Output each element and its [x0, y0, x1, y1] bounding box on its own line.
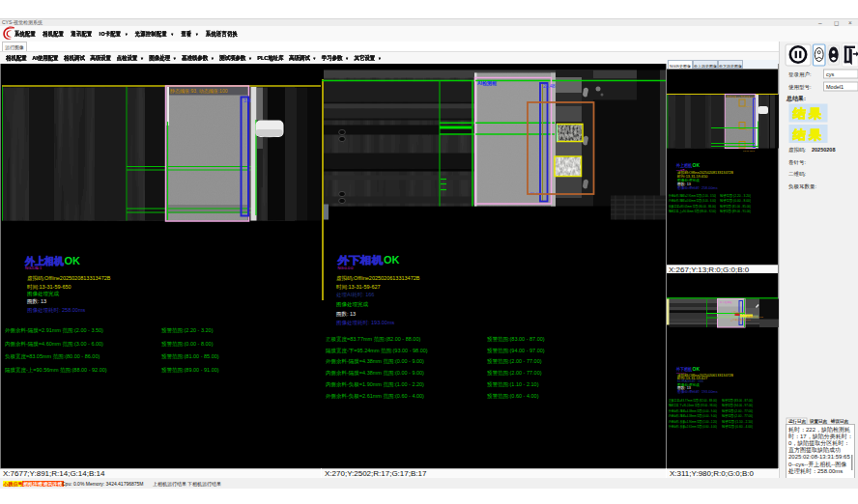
- svg-text:时间:13-31-59-650: 时间:13-31-59-650: [27, 283, 72, 290]
- svg-text:0--cys--开上相机--图像: 0--cys--开上相机--图像: [788, 461, 846, 467]
- svg-text:静态阈值:93 动态阈值:100: 静态阈值:93 动态阈值:100: [727, 95, 756, 98]
- svg-text:预警范围:(0.00 - 8.00): 预警范围:(0.00 - 8.00): [720, 198, 752, 203]
- svg-text:登录用户:: 登录用户:: [788, 70, 812, 77]
- svg-text:预警范围:(2.20 - 3.20): 预警范围:(2.20 - 3.20): [161, 327, 214, 334]
- svg-text:图像处理耗时: 258.00ms: 图像处理耗时: 258.00ms: [677, 185, 718, 190]
- svg-text:内侧余料-隔膜=4.38mm 范围:(0.00 - 9.00: 内侧余料-隔膜=4.38mm 范围:(0.00 - 9.00): [669, 413, 718, 418]
- svg-text:预警范围:(0.60 - 4.00): 预警范围:(0.60 - 4.00): [487, 392, 539, 399]
- svg-text:隔膜宽度-上=90.56mm 范围:(88.00 - 92.: 隔膜宽度-上=90.56mm 范围:(88.00 - 92.00): [5, 366, 107, 373]
- svg-text:2025:02:08-13:31:59:65: 2025:02:08-13:31:59:65: [788, 454, 850, 460]
- svg-text:预警范围:(0.00 - 8.00): 预警范围:(0.00 - 8.00): [161, 340, 214, 347]
- svg-text:运行日志: 运行日志: [787, 418, 807, 425]
- svg-text:错误日志: 错误日志: [830, 418, 849, 425]
- svg-text:上行08 0.00: 上行08 0.00: [731, 310, 745, 314]
- svg-text:卷针号:: 卷针号:: [788, 158, 807, 164]
- svg-text:20250208: 20250208: [812, 146, 835, 152]
- svg-text:直方图提取缺陷成功: 直方图提取缺陷成功: [788, 446, 841, 454]
- svg-text:负极耳数量:: 负极耳数量:: [788, 183, 817, 189]
- svg-text:设置日志: 设置日志: [809, 418, 828, 425]
- svg-text:AI检测框: AI检测框: [477, 79, 497, 86]
- svg-text:预警范围:(2.00 - 77.00): 预警范围:(2.00 - 77.00): [487, 370, 542, 377]
- svg-text:隔膜宽度-下=95.24mm 范围:(93.00 - 98.: 隔膜宽度-下=95.24mm 范围:(93.00 - 98.00): [669, 403, 718, 407]
- svg-text:时：17，缺陷分类耗时：: 时：17，缺陷分类耗时：: [788, 432, 853, 439]
- svg-text:虚拟码:Offline2025020813313472B: 虚拟码:Offline2025020813313472B: [27, 275, 111, 282]
- svg-text:图像处理完成: 图像处理完成: [27, 291, 60, 297]
- svg-text:NG光电:1: NG光电:1: [25, 265, 43, 269]
- svg-text:内侧余料-负极=1.90mm 范围:(1.00 - 2.20: 内侧余料-负极=1.90mm 范围:(1.00 - 2.20): [669, 418, 718, 423]
- svg-text:预警范围:(1.10 - 2.10): 预警范围:(1.10 - 2.10): [722, 418, 754, 423]
- svg-text:预警范围:(89.00 - 91.00): 预警范围:(89.00 - 91.00): [161, 366, 219, 373]
- svg-text:二维码:: 二维码:: [788, 171, 807, 178]
- svg-text:处理AI耗时: 166: 处理AI耗时: 166: [336, 292, 374, 298]
- svg-text:内侧余料-隔膜=4.60mm 范围:(3.00 - 6.00: 内侧余料-隔膜=4.60mm 范围:(3.00 - 6.00): [5, 340, 103, 347]
- svg-text:隔膜宽度-下=95.24mm 范围:(93.00 - 98.: 隔膜宽度-下=95.24mm 范围:(93.00 - 98.00): [326, 347, 428, 353]
- svg-text:正极宽度=83.77mm 范围:(82.00 - 88.00: 正极宽度=83.77mm 范围:(82.00 - 88.00): [326, 336, 420, 343]
- svg-text:预警范围:(89.00 - 91.00): 预警范围:(89.00 - 91.00): [720, 209, 752, 213]
- svg-text:外侧余料-隔膜=2.91mm 范围:(2.00 - 3.50: 外侧余料-隔膜=2.91mm 范围:(2.00 - 3.50): [669, 192, 717, 197]
- svg-text:预警范围:(83.00 - 87.00): 预警范围:(83.00 - 87.00): [487, 336, 545, 343]
- svg-text:cys: cys: [826, 70, 835, 76]
- svg-text:上行轨道图像 0.00: 上行轨道图像 0.00: [730, 317, 751, 321]
- svg-text:OK: OK: [693, 365, 701, 371]
- svg-text:结 果: 结 果: [792, 106, 822, 121]
- svg-text:预警范围:(2.20 - 3.20): 预警范围:(2.20 - 3.20): [720, 192, 752, 197]
- svg-text:Model1: Model1: [826, 83, 844, 89]
- svg-text:外侧余料-负极=2.61mm 范围:(0.60 - 4.00: 外侧余料-负极=2.61mm 范围:(0.60 - 4.00): [669, 424, 718, 429]
- svg-text:预警范围:(81.00 - 85.00): 预警范围:(81.00 - 85.00): [161, 353, 219, 360]
- svg-text:内侧余料-隔膜=4.60mm 范围:(3.00 - 6.00: 内侧余料-隔膜=4.60mm 范围:(3.00 - 6.00): [669, 198, 717, 203]
- svg-text:圈数: 13: 圈数: 13: [27, 298, 46, 304]
- svg-text:图像处理耗时: 193.00ms: 图像处理耗时: 193.00ms: [336, 320, 394, 326]
- svg-text:预警范围:(94.00 - 97.00): 预警范围:(94.00 - 97.00): [487, 347, 545, 353]
- svg-text:结 果: 结 果: [792, 126, 822, 141]
- svg-text:隔膜宽度-上=90.56mm 范围:(88.00 - 92.: 隔膜宽度-上=90.56mm 范围:(88.00 - 92.00): [669, 209, 716, 213]
- svg-text:静态阈值:93, 动态阈值:100: 静态阈值:93, 动态阈值:100: [170, 87, 228, 94]
- svg-text:预警范围:(83.00 - 87.00): 预警范围:(83.00 - 87.00): [722, 397, 754, 402]
- svg-text:内侧余料-隔膜=4.38mm 范围:(0.00 - 9.00: 内侧余料-隔膜=4.38mm 范围:(0.00 - 9.00): [326, 370, 424, 377]
- svg-text:0，缺陷提取分区耗时：: 0，缺陷提取分区耗时：: [788, 438, 849, 446]
- svg-text:预警范围:(81.00 - 85.00): 预警范围:(81.00 - 85.00): [720, 203, 752, 208]
- svg-text:OK: OK: [384, 253, 400, 265]
- svg-text:外侧余料-隔膜=2.91mm 范围:(2.00 - 3.50: 外侧余料-隔膜=2.91mm 范围:(2.00 - 3.50): [5, 327, 103, 334]
- svg-text:总结果:: 总结果:: [786, 94, 806, 101]
- svg-text:外下相机: 外下相机: [336, 253, 384, 265]
- svg-text:23.48: 23.48: [543, 83, 556, 89]
- svg-text:预警范围:(2.00 - 77.00): 预警范围:(2.00 - 77.00): [722, 413, 754, 418]
- svg-text:耗时：222，缺陷检测耗: 耗时：222，缺陷检测耗: [788, 425, 850, 433]
- svg-text:预警范围:(0.60 - 4.00): 预警范围:(0.60 - 4.00): [722, 424, 754, 429]
- svg-text:外下检测框: 外下检测框: [720, 299, 732, 303]
- svg-text:圈数: 13: 圈数: 13: [336, 310, 356, 316]
- svg-text:时间:13-31-59-627: 时间:13-31-59-627: [336, 284, 381, 291]
- svg-text:外侧余料-隔膜=4.38mm 范围:(0.00 - 9.00: 外侧余料-隔膜=4.38mm 范围:(0.00 - 9.00): [326, 358, 424, 365]
- svg-text:NG:0.0:0: NG:0.0:0: [338, 265, 355, 269]
- svg-text:虚拟码:Offline2025020613313472B: 虚拟码:Offline2025020613313472B: [336, 275, 420, 282]
- svg-text:正极宽度=83.77mm 范围:(82.00 - 88.00: 正极宽度=83.77mm 范围:(82.00 - 88.00): [669, 397, 718, 402]
- svg-text:处理耗时：258.00ms: 处理耗时：258.00ms: [787, 466, 843, 474]
- svg-text:内侧余料-负极=1.90mm 范围:(1.00 - 2.20: 内侧余料-负极=1.90mm 范围:(1.00 - 2.20): [326, 380, 424, 387]
- svg-text:预警范围:(94.00 - 97.00): 预警范围:(94.00 - 97.00): [722, 403, 754, 407]
- svg-text:OK: OK: [65, 254, 81, 266]
- svg-text:外侧余料-负极=2.61mm 范围:(0.60 - 4.00: 外侧余料-负极=2.61mm 范围:(0.60 - 4.00): [326, 392, 424, 399]
- svg-text:虚拟码:: 虚拟码:: [788, 146, 807, 153]
- svg-text:预警范围:(2.00 - 77.00): 预警范围:(2.00 - 77.00): [487, 358, 542, 365]
- svg-text:使用型号:: 使用型号:: [788, 83, 812, 90]
- svg-text:预警范围:(1.10 - 2.10): 预警范围:(1.10 - 2.10): [487, 380, 539, 387]
- svg-text:负极宽度=83.05mm 范围:(80.00 - 86.00: 负极宽度=83.05mm 范围:(80.00 - 86.00): [5, 353, 100, 360]
- svg-text:外侧余料-隔膜=4.38mm 范围:(0.00 - 9.00: 外侧余料-隔膜=4.38mm 范围:(0.00 - 9.00): [669, 407, 718, 412]
- svg-text:预警范围:(2.00 - 77.00): 预警范围:(2.00 - 77.00): [722, 407, 754, 412]
- svg-text:图像处理耗时: 258.00ms: 图像处理耗时: 258.00ms: [27, 307, 85, 314]
- svg-text:负极宽度=83.05mm 范围:(80.00 - 86.00: 负极宽度=83.05mm 范围:(80.00 - 86.00): [669, 203, 717, 208]
- svg-text:OK: OK: [693, 162, 701, 168]
- svg-text:13.07 83.5: 13.07 83.5: [743, 149, 755, 152]
- svg-text:图像处理完成: 图像处理完成: [336, 301, 369, 308]
- svg-text:图像处理耗时: 193.00ms: 图像处理耗时: 193.00ms: [677, 389, 718, 394]
